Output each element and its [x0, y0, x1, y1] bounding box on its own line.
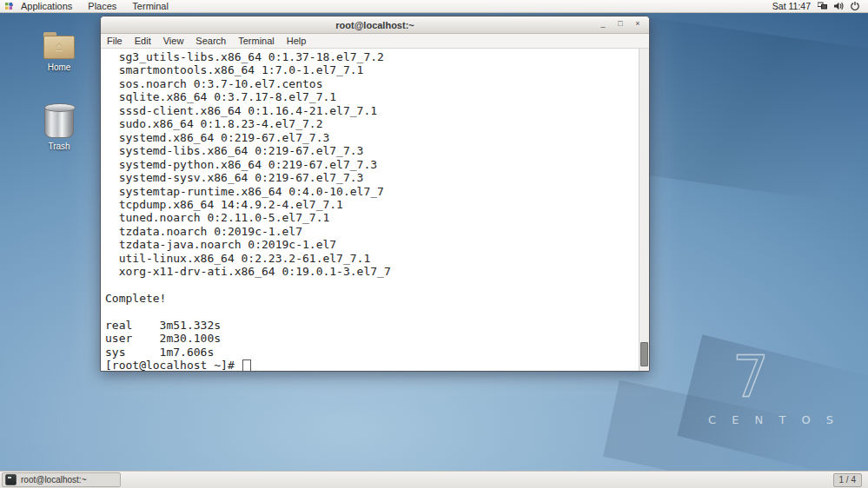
taskbar-window-button[interactable]: root@localhost:~	[2, 472, 121, 487]
terminal-line: Complete!	[105, 292, 639, 305]
terminal-line: systemd-python.x86_64 0:219-67.el7_7.3	[105, 158, 639, 171]
centos-logo-icon	[4, 2, 13, 10]
terminal-line: sos.noarch 0:3.7-10.el7.centos	[105, 77, 639, 90]
top-panel: ApplicationsPlacesTerminal Sat 11:47	[0, 0, 868, 13]
terminal-line: systemd-sysv.x86_64 0:219-67.el7_7.3	[105, 171, 639, 184]
terminal-line: systemd.x86_64 0:219-67.el7_7.3	[105, 131, 639, 144]
terminal-titlebar[interactable]: root@localhost:~ _□×	[101, 16, 649, 34]
terminal-menu-item[interactable]: Search	[189, 36, 232, 46]
desktop-icon-label: Home	[32, 63, 86, 72]
trash-icon	[44, 105, 74, 138]
desktop-icon-home[interactable]: ⌂ Home	[32, 36, 86, 72]
terminal-menu-item[interactable]: File	[101, 36, 129, 46]
centos-watermark-numeral: 7	[732, 351, 769, 405]
window-button[interactable]: □	[614, 19, 626, 30]
terminal-menu-item[interactable]: Terminal	[232, 36, 281, 46]
terminal-menubar: FileEditViewSearchTerminalHelp	[101, 34, 649, 49]
centos-watermark-brand: C E N T O S	[708, 413, 839, 426]
terminal-cursor	[242, 359, 251, 371]
clock[interactable]: Sat 11:47	[772, 1, 811, 11]
terminal-menu-item[interactable]: Help	[281, 36, 313, 46]
terminal-line: real 3m51.332s	[105, 319, 639, 332]
terminal-line: systemtap-runtime.x86_64 0:4.0-10.el7_7	[105, 185, 639, 198]
taskbar-window-label: root@localhost:~	[21, 475, 86, 485]
terminal-line: smartmontools.x86_64 1:7.0-1.el7_7.1	[105, 63, 639, 76]
scrollbar-thumb[interactable]	[640, 342, 648, 366]
terminal-line: tzdata-java.noarch 0:2019c-1.el7	[105, 238, 639, 251]
home-folder-icon: ⌂	[43, 36, 75, 59]
terminal-prompt-row: [root@localhost ~]#	[105, 359, 639, 371]
terminal-line: tuned.noarch 0:2.11.0-5.el7_7.1	[105, 211, 639, 224]
shell-prompt: [root@localhost ~]#	[105, 359, 242, 371]
terminal-line: user 2m30.100s	[105, 332, 639, 345]
terminal-menu-item[interactable]: Edit	[129, 36, 157, 46]
terminal-line: tcpdump.x86_64 14:4.9.2-4.el7_7.1	[105, 198, 639, 211]
bottom-panel: root@localhost:~ 1 / 4	[0, 471, 868, 488]
workspace-switcher[interactable]: 1 / 4	[833, 473, 862, 487]
desktop-icon-label: Trash	[32, 142, 86, 151]
power-icon[interactable]	[851, 2, 859, 10]
panel-menu-item[interactable]: Applications	[13, 1, 80, 11]
terminal-menu-item[interactable]: View	[157, 36, 190, 46]
terminal-line: tzdata.noarch 0:2019c-1.el7	[105, 225, 639, 238]
volume-icon[interactable]	[834, 2, 844, 10]
terminal-content[interactable]: sg3_utils-libs.x86_64 0:1.37-18.el7_7.2 …	[101, 49, 649, 371]
terminal-line: sudo.x86_64 0:1.8.23-4.el7_7.2	[105, 117, 639, 130]
terminal-icon	[5, 474, 17, 485]
window-title: root@localhost:~	[101, 20, 649, 30]
terminal-line: sqlite.x86_64 0:3.7.17-8.el7_7.1	[105, 90, 639, 103]
desktop-icon-trash[interactable]: Trash	[32, 105, 86, 151]
terminal-line: sys 1m7.606s	[105, 346, 639, 359]
terminal-line	[105, 279, 639, 292]
terminal-line: systemd-libs.x86_64 0:219-67.el7_7.3	[105, 144, 639, 157]
panel-menu-item[interactable]: Terminal	[124, 1, 176, 11]
terminal-scrollbar[interactable]	[639, 49, 649, 371]
window-button[interactable]: _	[597, 19, 609, 30]
terminal-line: sssd-client.x86_64 0:1.16.4-21.el7_7.1	[105, 104, 639, 117]
terminal-line: util-linux.x86_64 0:2.23.2-61.el7_7.1	[105, 252, 639, 265]
terminal-line	[105, 306, 639, 319]
terminal-window: root@localhost:~ _□× FileEditViewSearchT…	[100, 16, 650, 372]
house-glyph-icon: ⌂	[43, 38, 75, 53]
wallpaper-shadow-ray	[677, 334, 868, 488]
network-icon[interactable]	[818, 2, 827, 10]
terminal-line: sg3_utils-libs.x86_64 0:1.37-18.el7_7.2	[105, 50, 639, 63]
terminal-line: xorg-x11-drv-ati.x86_64 0:19.0.1-3.el7_7	[105, 265, 639, 278]
panel-menu-item[interactable]: Places	[80, 1, 124, 11]
window-button[interactable]: ×	[632, 19, 644, 30]
